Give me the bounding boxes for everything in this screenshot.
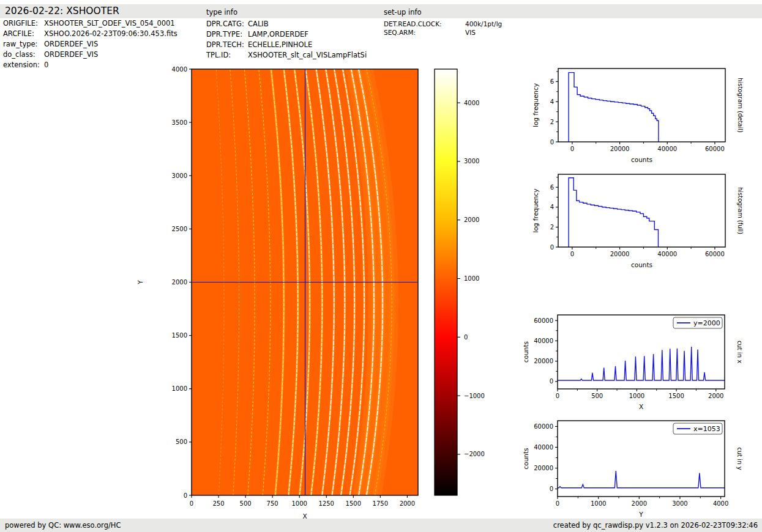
chart-text: 2000: [400, 500, 415, 507]
chart-text: counts: [631, 261, 652, 268]
chart-text: 6: [550, 78, 554, 85]
chart-text: 250: [213, 500, 225, 507]
detector-image: [192, 69, 418, 495]
chart-text: 40000: [534, 338, 553, 344]
chart-text: 4000: [713, 500, 728, 507]
chart-text: 4000: [172, 66, 187, 73]
chart-text: 500: [240, 500, 252, 507]
chart-text: 2000: [464, 216, 479, 223]
chart-text: 1000: [172, 385, 187, 392]
footer-left: powered by QC: www.eso.org/HC: [5, 519, 121, 532]
data-curve: [558, 347, 725, 380]
chart-text: 3000: [464, 158, 479, 164]
chart-text: 0: [556, 500, 559, 507]
chart-text: 4: [550, 204, 554, 210]
chart-text: 500: [591, 393, 603, 399]
chart-text: 6: [550, 184, 554, 191]
chart-text: 0: [570, 146, 574, 152]
chart-text: 1500: [346, 500, 361, 507]
chart-text: 1000: [291, 500, 307, 507]
chart-text: Y: [136, 280, 144, 285]
chart-text: 60000: [705, 251, 725, 257]
chart-text: 0: [550, 378, 553, 385]
chart-text: log frequency: [532, 188, 539, 232]
chart-text: 40000: [657, 146, 677, 152]
colorbar-gradient: [435, 69, 457, 495]
data-curve: [558, 471, 725, 488]
chart-text: 1500: [172, 332, 187, 339]
chart-text: 2500: [172, 226, 187, 232]
chart-text: 500: [176, 438, 187, 445]
chart-text: histogram (detail): [737, 78, 744, 133]
chart-text: 1000: [464, 275, 479, 282]
chart-text: 0: [556, 393, 559, 399]
chart-text: 3000: [672, 500, 687, 507]
chart-text: 20000: [610, 146, 630, 152]
chart-text: 3500: [172, 119, 187, 126]
chart-text: counts: [522, 341, 529, 363]
chart-text: x=1053: [693, 425, 720, 433]
chart-text: 1500: [668, 393, 684, 399]
data-curve: [569, 178, 658, 247]
chart-text: y=2000: [693, 319, 720, 327]
chart-text: 2000: [172, 279, 187, 286]
chart-text: 2000: [632, 500, 647, 507]
chart-text: 4: [550, 98, 554, 105]
chart-text: X: [639, 403, 643, 410]
chart-text: 60000: [705, 146, 725, 152]
chart-text: histogram (full): [737, 187, 744, 234]
chart-text: 0: [570, 251, 574, 257]
chart-text: counts: [631, 156, 652, 163]
chart-text: cut in y: [736, 447, 743, 470]
chart-text: 0: [464, 334, 468, 341]
chart-text: −1000: [464, 393, 485, 399]
data-curve: [569, 73, 659, 142]
chart-text: 0: [550, 139, 554, 146]
chart-text: 40000: [534, 444, 553, 451]
chart-text: 60000: [534, 317, 553, 324]
chart-text: 1250: [319, 500, 334, 507]
chart-text: 20000: [534, 465, 553, 471]
chart-text: 750: [267, 500, 278, 507]
qc-report-page: 2026-02-22: XSHOOTER type info set-up in…: [0, 0, 762, 532]
chart-text: 4000: [464, 100, 479, 106]
chart-text: Y: [638, 511, 643, 518]
chart-text: 2: [550, 224, 554, 231]
chart-text: counts: [522, 448, 529, 469]
chart-text: 0: [550, 486, 553, 492]
chart-text: −2000: [464, 451, 485, 457]
figure-canvas: 0250500750100012501500175020000500100015…: [0, 0, 762, 532]
chart-text: 0: [184, 492, 187, 499]
chart-text: log frequency: [532, 83, 539, 127]
footer-right: created by qc_rawdisp.py v1.2.3 on 2026-…: [553, 519, 758, 532]
chart-text: 2: [550, 119, 554, 125]
chart-text: 20000: [534, 358, 553, 364]
chart-text: 1000: [629, 393, 644, 399]
chart-text: cut in x: [736, 341, 743, 363]
footer-bar: powered by QC: www.eso.org/HC created by…: [0, 519, 762, 532]
chart-text: 20000: [610, 251, 630, 257]
chart-text: 0: [550, 244, 554, 251]
chart-text: 1000: [591, 500, 606, 507]
chart-text: 0: [190, 500, 193, 507]
chart-text: 3000: [172, 172, 187, 179]
chart-text: 2000: [708, 393, 723, 399]
chart-text: 60000: [534, 423, 553, 430]
chart-text: 40000: [657, 251, 677, 257]
chart-text: 1750: [373, 500, 388, 507]
